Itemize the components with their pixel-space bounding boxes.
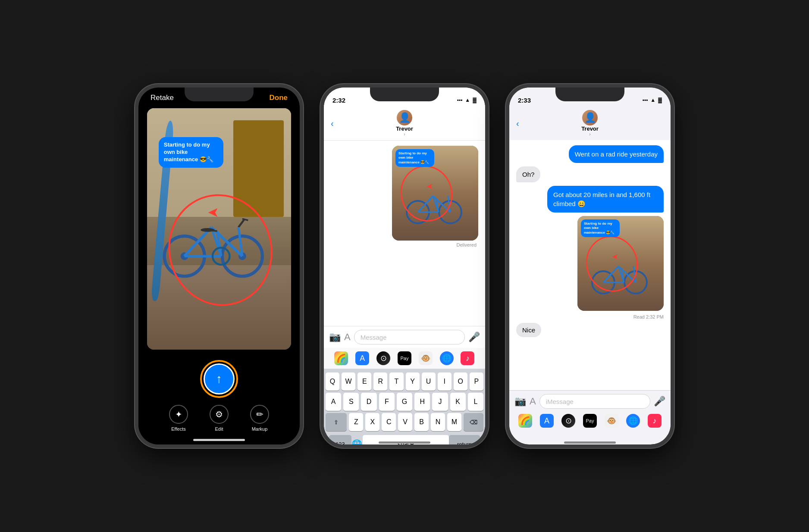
- key-J[interactable]: J: [432, 393, 448, 411]
- keyboard-row-2: A S D F G H J K L: [326, 393, 483, 411]
- key-N[interactable]: N: [431, 413, 445, 431]
- sent-photo-2: Starting to do my own bike maintenance 😎…: [331, 146, 478, 241]
- key-R[interactable]: R: [373, 372, 387, 391]
- key-H[interactable]: H: [414, 393, 430, 411]
- p3-digital-icon[interactable]: ⊙: [561, 414, 575, 428]
- p3-apps-icon[interactable]: A: [530, 396, 536, 407]
- camera-input-icon[interactable]: 📷: [329, 332, 341, 343]
- p3-back-button[interactable]: ‹: [516, 119, 519, 128]
- key-L[interactable]: L: [468, 393, 483, 411]
- apps-input-icon[interactable]: A: [344, 332, 351, 343]
- phone2-statusbar: 2:32 ▪▪▪ ▲ ▓: [324, 88, 485, 106]
- p3-time: 2:33: [518, 97, 531, 104]
- key-M[interactable]: M: [447, 413, 461, 431]
- app-strip-2: 🌈 A ⊙ Pay 🐵 🌐 ♪: [324, 348, 485, 369]
- cellular-icon: ▪▪▪: [457, 97, 463, 103]
- key-U[interactable]: U: [422, 372, 436, 391]
- p3-contact-name-area[interactable]: Trevor ›: [581, 125, 599, 137]
- key-E[interactable]: E: [357, 372, 371, 391]
- key-T[interactable]: T: [389, 372, 403, 391]
- apple-pay-icon[interactable]: Pay: [398, 351, 411, 365]
- key-O[interactable]: O: [454, 372, 467, 391]
- p3-contact-avatar[interactable]: 👤: [582, 110, 598, 125]
- send-button[interactable]: ↑: [204, 363, 235, 394]
- key-I[interactable]: I: [438, 372, 452, 391]
- retake-button[interactable]: Retake: [151, 94, 174, 102]
- key-G[interactable]: G: [397, 393, 412, 411]
- key-V[interactable]: V: [398, 413, 412, 431]
- sent-photo3-img[interactable]: Starting to do my own bike maintenance 😎…: [577, 216, 664, 311]
- p3-placeholder: iMessage: [546, 398, 574, 405]
- p3-animoji-icon[interactable]: 🐵: [605, 414, 618, 428]
- p3-photos-icon[interactable]: 🌈: [518, 414, 532, 428]
- phone-2: 2:32 ▪▪▪ ▲ ▓ ‹ 👤 Trevor ›: [320, 84, 489, 448]
- digital-touch-icon[interactable]: ⊙: [376, 351, 390, 365]
- mic-input-icon[interactable]: 🎤: [468, 332, 480, 343]
- key-D[interactable]: D: [361, 393, 376, 411]
- back-button[interactable]: ‹: [331, 119, 334, 128]
- key-Z[interactable]: Z: [349, 413, 363, 431]
- p3-mic-icon[interactable]: 🎤: [654, 396, 665, 407]
- bike-image: Starting to do my own bike maintenance 😎…: [147, 108, 291, 350]
- done-button[interactable]: Done: [270, 94, 288, 102]
- key-return[interactable]: return: [449, 435, 480, 444]
- red-arrow-annotation: ➤: [207, 205, 219, 221]
- key-C[interactable]: C: [382, 413, 396, 431]
- mini-caption-2: Starting to do my own bike maintenance 😎…: [395, 149, 434, 167]
- music-icon[interactable]: ♪: [461, 351, 474, 365]
- animoji-icon[interactable]: 🐵: [419, 351, 433, 365]
- key-Q[interactable]: Q: [326, 372, 339, 391]
- mini-bike-scene-3: Starting to do my own bike maintenance 😎…: [577, 216, 664, 311]
- key-P[interactable]: P: [470, 372, 483, 391]
- markup-tool[interactable]: ✏ Markup: [250, 405, 269, 432]
- p3-contact-name: Trevor: [581, 125, 599, 132]
- effects-label: Effects: [171, 426, 185, 432]
- key-shift[interactable]: ⇧: [326, 413, 347, 431]
- p3-message-field[interactable]: iMessage: [539, 394, 650, 409]
- bottom-tools: ✦ Effects ⚙ Edit ✏ Markup: [169, 405, 269, 432]
- globe-key[interactable]: 🌐: [351, 439, 362, 444]
- camera-controls: ↑ ✦ Effects ⚙ Edit ✏ Markup: [138, 358, 300, 444]
- p3-globe-icon[interactable]: 🌐: [626, 414, 640, 428]
- p3-wifi-icon: ▲: [650, 97, 655, 103]
- photo-caption: Starting to do my own bike maintenance 😎…: [159, 137, 223, 168]
- key-123[interactable]: 123: [329, 435, 351, 444]
- msg-sent-2: Got about 20 miles in and 1,600 ft climb…: [547, 186, 664, 213]
- edit-tool[interactable]: ⚙ Edit: [210, 405, 229, 432]
- mini-red-arrow-3: ➤: [612, 252, 618, 262]
- keyboard: Q W E R T Y U I O P A S D F G H J K L: [324, 369, 485, 444]
- p3-app-strip: 🌈 A ⊙ Pay 🐵 🌐 ♪: [514, 412, 665, 431]
- msg-recv-1: Oh?: [516, 166, 540, 182]
- key-S[interactable]: S: [343, 393, 359, 411]
- memoji-icon[interactable]: 🌐: [440, 351, 454, 365]
- key-K[interactable]: K: [450, 393, 466, 411]
- p3-cellular-icon: ▪▪▪: [643, 97, 648, 103]
- key-X[interactable]: X: [365, 413, 379, 431]
- p3-store-icon[interactable]: A: [540, 414, 554, 428]
- key-W[interactable]: W: [342, 372, 355, 391]
- nice-chip[interactable]: Nice: [516, 323, 541, 337]
- contact-avatar[interactable]: 👤: [397, 110, 412, 125]
- key-F[interactable]: F: [379, 393, 395, 411]
- p3-music-icon[interactable]: ♪: [648, 414, 662, 428]
- phone3-nav: ‹ 👤 Trevor ›: [509, 106, 671, 140]
- message-placeholder: Message: [361, 334, 387, 341]
- sent-photo-img-2[interactable]: Starting to do my own bike maintenance 😎…: [392, 146, 478, 241]
- message-field[interactable]: Message: [354, 330, 465, 344]
- key-B[interactable]: B: [414, 413, 429, 431]
- key-A[interactable]: A: [326, 393, 341, 411]
- read-label: Read 2:32 PM: [516, 314, 664, 319]
- markup-label: Markup: [252, 426, 268, 432]
- appstore-icon[interactable]: A: [355, 351, 369, 365]
- photos-app-icon[interactable]: 🌈: [334, 351, 348, 365]
- key-Y[interactable]: Y: [406, 372, 420, 391]
- battery-icon: ▓: [473, 97, 477, 103]
- effects-tool[interactable]: ✦ Effects: [169, 405, 188, 432]
- p3-pay-icon[interactable]: Pay: [583, 414, 597, 428]
- phone-3: 2:33 ▪▪▪ ▲ ▓ ‹ 👤 Trevor › Went on a r: [506, 84, 674, 448]
- home-bar: [193, 439, 245, 441]
- contact-name-area[interactable]: Trevor ›: [396, 125, 413, 137]
- key-delete[interactable]: ⌫: [464, 413, 483, 431]
- p3-avatar-face: 👤: [584, 112, 596, 123]
- p3-camera-icon[interactable]: 📷: [514, 396, 526, 407]
